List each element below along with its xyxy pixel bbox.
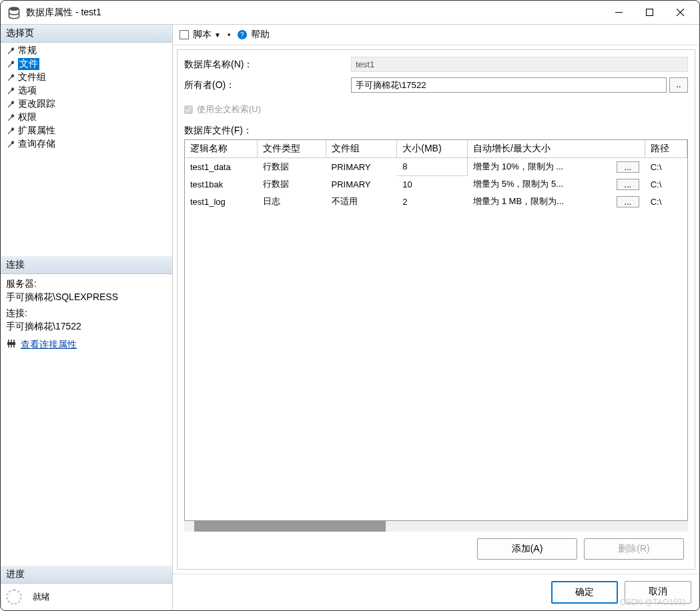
sidebar-item-options[interactable]: 选项 (3, 84, 169, 97)
cell-path[interactable]: C:\ (645, 175, 687, 193)
sidebar-item-permissions[interactable]: 权限 (3, 111, 169, 124)
connection-icon (6, 338, 17, 351)
sidebar-item-changetracking[interactable]: 更改跟踪 (3, 97, 169, 111)
chevron-down-icon: ▼ (214, 31, 221, 39)
ok-button[interactable]: 确定 (551, 581, 618, 604)
col-size[interactable]: 大小(MB) (397, 140, 468, 158)
cell-filegroup[interactable]: PRIMARY (326, 175, 397, 193)
progress-header: 进度 (1, 566, 172, 584)
col-logical-name[interactable]: 逻辑名称 (185, 140, 257, 158)
wrench-icon (6, 73, 15, 82)
progress-panel: 就绪 (1, 584, 172, 610)
page-list: 常规 文件 文件组 选项 更改跟踪 权限 扩展属性 查询存储 (1, 43, 172, 256)
cell-logical-name[interactable]: test1_data (185, 158, 257, 176)
files-table[interactable]: 逻辑名称 文件类型 文件组 大小(MB) 自动增长/最大大小 路径 test1_… (184, 139, 688, 521)
connection-panel: 服务器: 手可摘棉花\SQLEXPRESS 连接: 手可摘棉花\17522 查看… (1, 274, 172, 355)
minimize-button[interactable] (603, 3, 634, 23)
window-controls (603, 3, 695, 23)
cell-file-type[interactable]: 行数据 (257, 158, 326, 176)
cell-size[interactable]: 2 (397, 193, 468, 210)
autogrowth-browse-button[interactable]: ... (617, 196, 639, 207)
help-icon: ? (238, 30, 247, 39)
maximize-button[interactable] (634, 3, 665, 23)
sidebar-item-general[interactable]: 常规 (3, 44, 169, 57)
script-dropdown[interactable]: 脚本 ▼ (193, 29, 221, 41)
sidebar-item-files[interactable]: 文件 (3, 57, 169, 71)
col-file-type[interactable]: 文件类型 (257, 140, 326, 158)
wrench-icon (6, 113, 15, 122)
titlebar: 数据库属性 - test1 (1, 1, 699, 25)
cell-filegroup[interactable]: PRIMARY (326, 158, 397, 176)
select-page-header: 选择页 (1, 25, 172, 43)
autogrowth-browse-button[interactable]: ... (617, 161, 639, 173)
cell-file-type[interactable]: 行数据 (257, 175, 326, 193)
window-title: 数据库属性 - test1 (26, 7, 603, 19)
wrench-icon (6, 99, 15, 109)
sidebar-item-filegroups[interactable]: 文件组 (3, 71, 169, 84)
dialog-window: 数据库属性 - test1 选择页 常规 文件 文件组 选项 更改跟踪 权限 扩… (0, 0, 700, 611)
cell-file-type[interactable]: 日志 (257, 193, 326, 210)
connection-value: 手可摘棉花\17522 (6, 321, 167, 333)
db-name-label: 数据库名称(N)： (184, 59, 351, 71)
fulltext-label: 使用全文检索(U) (197, 103, 261, 115)
sidebar-item-extprops[interactable]: 扩展属性 (3, 124, 169, 137)
sidebar: 选择页 常规 文件 文件组 选项 更改跟踪 权限 扩展属性 查询存储 连接 服务… (1, 25, 173, 610)
main-content: 数据库名称(N)： test1 所有者(O)： .. 使用全文检索(U) 数据库… (177, 49, 695, 570)
cell-size[interactable]: 8 (397, 158, 468, 176)
wrench-icon (6, 59, 15, 69)
cell-autogrowth[interactable]: 增量为 1 MB，限制为... (468, 193, 611, 210)
cell-logical-name[interactable]: test1bak (185, 175, 257, 193)
owner-browse-button[interactable]: .. (669, 77, 688, 93)
wrench-icon (6, 126, 15, 135)
cell-autogrowth[interactable]: 增量为 10%，限制为 ... (468, 158, 611, 176)
db-name-field: test1 (351, 57, 688, 72)
svg-point-0 (9, 7, 19, 11)
database-icon (7, 6, 21, 19)
owner-field[interactable] (351, 77, 667, 93)
owner-label: 所有者(O)： (184, 79, 351, 91)
help-link[interactable]: 帮助 (251, 29, 270, 41)
connection-header: 连接 (1, 256, 172, 274)
table-row[interactable]: test1_log日志不适用2增量为 1 MB，限制为......C:\ (185, 193, 687, 210)
view-connection-properties-link[interactable]: 查看连接属性 (6, 338, 167, 351)
svg-rect-5 (7, 342, 15, 345)
files-section-label: 数据库文件(F)： (184, 125, 688, 137)
cell-path[interactable]: C:\ (645, 158, 687, 176)
add-button[interactable]: 添加(A) (477, 538, 577, 560)
col-path[interactable]: 路径 (645, 140, 687, 158)
toolbar: 脚本 ▼ • ? 帮助 (173, 25, 699, 45)
cell-logical-name[interactable]: test1_log (185, 193, 257, 210)
table-row[interactable]: test1bak行数据PRIMARY10增量为 5%，限制为 5......C:… (185, 175, 687, 193)
cell-autogrowth[interactable]: 增量为 5%，限制为 5... (468, 175, 611, 193)
server-value: 手可摘棉花\SQLEXPRESS (6, 291, 167, 303)
fulltext-checkbox (184, 105, 193, 114)
col-autogrowth[interactable]: 自动增长/最大大小 (468, 140, 645, 158)
progress-status: 就绪 (33, 591, 50, 603)
wrench-icon (6, 46, 15, 55)
cell-size[interactable]: 10 (397, 175, 468, 193)
sidebar-item-querystore[interactable]: 查询存储 (3, 137, 169, 151)
server-label: 服务器: (6, 278, 167, 290)
col-filegroup[interactable]: 文件组 (326, 140, 397, 158)
main-panel: 脚本 ▼ • ? 帮助 数据库名称(N)： test1 所有者(O)： .. (173, 25, 699, 610)
wrench-icon (6, 86, 15, 95)
script-icon (180, 30, 189, 39)
close-button[interactable] (665, 3, 695, 23)
cell-path[interactable]: C:\ (645, 193, 687, 210)
connection-label: 连接: (6, 308, 167, 320)
wrench-icon (6, 139, 15, 149)
svg-rect-2 (646, 9, 653, 16)
autogrowth-browse-button[interactable]: ... (617, 179, 639, 190)
table-row[interactable]: test1_data行数据PRIMARY8增量为 10%，限制为 ......C… (185, 158, 687, 176)
progress-spinner-icon (6, 589, 22, 605)
cell-filegroup[interactable]: 不适用 (326, 193, 397, 210)
remove-button: 删除(R) (584, 538, 684, 560)
watermark: CSDN @TAO1031 (620, 598, 687, 607)
horizontal-scrollbar[interactable] (184, 521, 688, 532)
